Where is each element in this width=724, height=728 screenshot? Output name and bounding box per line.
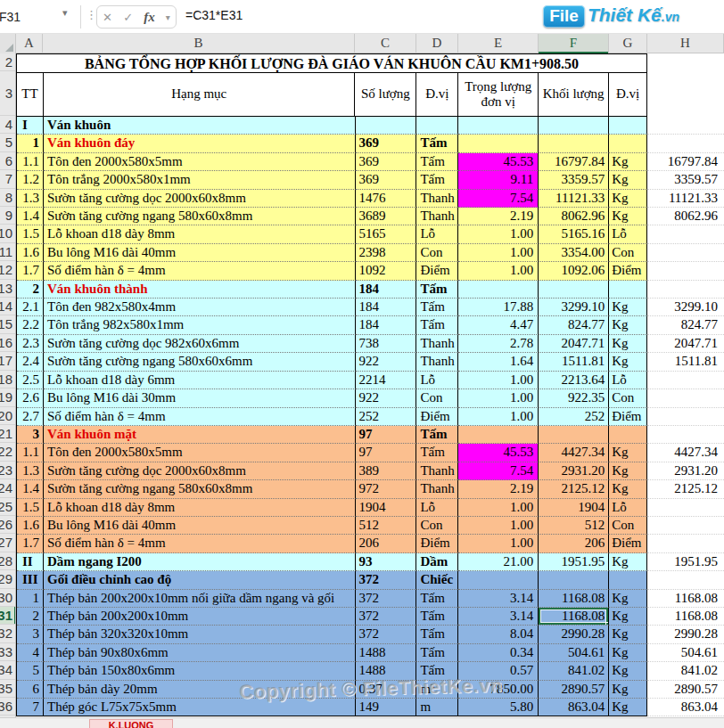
cell-extra[interactable]: 863.04 [647, 699, 724, 716]
cell-item[interactable]: Bu lông M16 dài 30mm [44, 389, 356, 407]
cell-qty[interactable]: 922 [356, 353, 417, 371]
cell-mass[interactable]: 11121.33 [539, 190, 609, 208]
cell-unit[interactable]: Tấm [416, 316, 458, 334]
row-header-10[interactable]: 10 [0, 225, 16, 242]
cell-tt[interactable]: 3 [17, 426, 44, 444]
row-header-27[interactable]: 27 [0, 534, 16, 552]
cell-mass[interactable]: 5165.16 [539, 225, 609, 243]
cell-unit[interactable]: m³ [416, 681, 458, 699]
column-header-d[interactable]: D [416, 34, 458, 53]
cell-extra[interactable]: 2890.57 [647, 681, 724, 699]
cell-qty[interactable]: 972 [356, 480, 417, 498]
cell-extra[interactable] [647, 408, 724, 426]
cell-tt[interactable]: 1.3 [17, 462, 44, 480]
row-header-4[interactable]: 4 [0, 116, 16, 134]
cell-unit[interactable]: Tấm [416, 135, 458, 152]
row-header-30[interactable]: 30 [0, 589, 16, 607]
cell-tt[interactable]: 1.7 [17, 535, 44, 552]
cell-item[interactable]: Dầm ngang I200 [44, 553, 356, 571]
cell-tt[interactable]: 2.1 [17, 299, 44, 316]
cell-item[interactable]: Lỗ khoan d18 dày 8mm [44, 225, 356, 243]
cell-unit2[interactable]: Điểm [609, 408, 647, 426]
cell-tt[interactable]: 7 [17, 699, 44, 716]
row-header-3[interactable]: 3 [0, 71, 16, 116]
cell-unit2[interactable]: Điểm [609, 535, 647, 552]
cell-unit[interactable]: Tấm [416, 662, 458, 680]
cell-unit-weight[interactable]: 0.57 [458, 662, 539, 680]
cell-unit-weight[interactable]: 1.00 [458, 244, 539, 262]
cell-extra[interactable]: 4427.34 [647, 444, 724, 462]
cell-unit-weight[interactable]: 2.19 [458, 208, 539, 225]
cancel-icon[interactable]: ✕ [103, 11, 112, 24]
column-header-c[interactable]: C [355, 34, 416, 53]
cell-unit[interactable]: Lỗ [416, 372, 458, 389]
cell-extra[interactable] [647, 135, 724, 152]
cell-extra[interactable] [647, 244, 724, 262]
cell-unit-weight[interactable]: 1.00 [458, 408, 539, 426]
cell-unit-weight[interactable]: 1.00 [458, 225, 539, 243]
cell-unit2[interactable]: Lỗ [609, 499, 647, 517]
cell-qty[interactable]: 369 [356, 135, 417, 152]
cell-mass[interactable]: 1092.06 [539, 262, 609, 280]
cell-mass[interactable]: 1951.95 [539, 553, 609, 571]
cell-item[interactable]: Thép bản 320x320x10mm [44, 626, 356, 643]
cell-extra[interactable]: 16797.84 [647, 153, 724, 171]
cell-tt[interactable]: 1 [17, 590, 44, 608]
cell-unit[interactable]: Tấm [416, 608, 458, 626]
cell-extra[interactable]: 1951.95 [647, 553, 724, 571]
row-header-35[interactable]: 35 [0, 680, 16, 698]
cell-extra[interactable] [647, 535, 724, 552]
cell-unit[interactable]: Lỗ [416, 499, 458, 517]
column-header-b[interactable]: B [43, 34, 355, 53]
cell-item[interactable]: Số điểm hàn δ = 4mm [44, 408, 356, 426]
cell-qty[interactable]: 738 [356, 335, 417, 353]
row-header-12[interactable]: 12 [0, 261, 16, 279]
cell-mass[interactable]: 3354.00 [539, 244, 609, 262]
column-header-f[interactable]: F [539, 34, 609, 53]
cell-unit[interactable]: Chiếc [416, 571, 458, 589]
cell-unit2[interactable]: Kg [609, 608, 647, 626]
cell-item[interactable]: Sườn tăng cường ngang 580x60x8mm [44, 480, 356, 498]
cell-extra[interactable] [647, 517, 724, 535]
cell-item[interactable]: Tôn đen 2000x580x5mm [44, 153, 356, 171]
cell-tt[interactable]: 1.3 [17, 190, 44, 208]
cell-item[interactable]: Lỗ khoan d18 dày 6mm [44, 372, 356, 389]
cell-qty[interactable]: 922 [356, 389, 417, 407]
cell-unit2[interactable] [609, 281, 647, 299]
cell-unit[interactable]: Thanh [416, 208, 458, 225]
cell-mass[interactable]: 206 [539, 535, 609, 552]
cell-unit2[interactable]: Kg [609, 480, 647, 498]
cell-extra[interactable]: 1168.08 [647, 590, 724, 608]
cell-mass[interactable]: 2047.71 [539, 335, 609, 353]
cell-unit[interactable]: Thanh [416, 462, 458, 480]
cell-unit[interactable]: Tấm [416, 281, 458, 299]
cell-unit2[interactable]: Lỗ [609, 372, 647, 389]
cell-unit[interactable]: Con [416, 389, 458, 407]
cell-unit2[interactable]: Kg [609, 153, 647, 171]
cell-mass[interactable] [539, 571, 609, 589]
cell-unit2[interactable]: Kg [609, 590, 647, 608]
cell-tt[interactable]: 1 [17, 135, 44, 152]
cell-tt[interactable]: 1.2 [17, 171, 44, 189]
row-header-28[interactable]: 28 [0, 552, 16, 570]
cell-extra[interactable] [647, 117, 724, 135]
cell-tt[interactable]: II [17, 553, 44, 571]
cell-mass[interactable]: 3299.10 [539, 299, 609, 316]
cell-unit-weight[interactable] [458, 571, 539, 589]
row-header-34[interactable]: 34 [0, 661, 16, 679]
cell-qty[interactable]: 1488 [356, 662, 417, 680]
cell-unit-weight[interactable]: 1.00 [458, 535, 539, 552]
cell-item[interactable]: Gối điều chỉnh cao độ [44, 571, 356, 589]
cell-mass[interactable] [539, 117, 609, 135]
cell-qty[interactable]: 184 [356, 299, 417, 316]
row-header-26[interactable]: 26 [0, 516, 16, 534]
cell-qty[interactable]: 389 [356, 462, 417, 480]
row-header-25[interactable]: 25 [0, 498, 16, 516]
fx-icon[interactable]: fx [144, 10, 155, 25]
cell-qty[interactable]: 3689 [356, 208, 417, 225]
cell-unit-weight[interactable] [458, 135, 539, 152]
cell-unit[interactable]: Thanh [416, 335, 458, 353]
cell-item[interactable]: Số điểm hàn δ = 4mm [44, 535, 356, 552]
cell-qty[interactable] [356, 117, 417, 135]
row-header-2[interactable]: 2 [0, 53, 16, 71]
